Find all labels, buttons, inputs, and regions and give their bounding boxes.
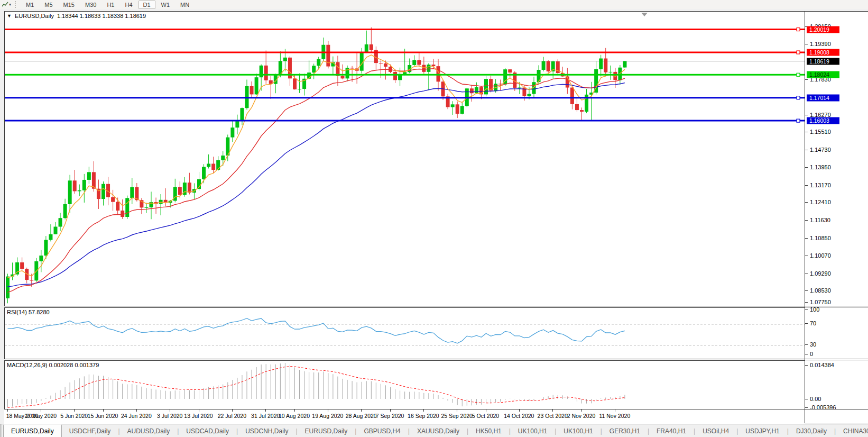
chart-tab-eurusd-daily[interactable]: EURUSD,Daily [3, 424, 62, 437]
date-label: 31 Jul 2020 [251, 413, 280, 419]
chart-title: ▼ EURUSD,Daily 1.18344 1.18633 1.18338 1… [7, 13, 146, 19]
date-label: 5 Jun 2020 [60, 413, 88, 419]
date-tick [615, 409, 615, 412]
timeframe-button-h1[interactable]: H1 [102, 1, 119, 9]
chart-tab-xauusd-daily[interactable]: XAUUSD,Daily [410, 424, 467, 437]
timeframe-button-d1[interactable]: D1 [138, 1, 155, 9]
date-tick [328, 409, 328, 412]
symbol-dropdown-icon[interactable]: ▼ [7, 13, 12, 19]
date-tick [199, 409, 199, 412]
chart-tab-hk50-h1[interactable]: HK50,H1 [468, 424, 509, 437]
chart-tab-usdcnh-daily[interactable]: USDCNH,Daily [238, 424, 296, 437]
macd-pane-canvas[interactable] [5, 361, 805, 409]
rsi-axis-label: 30 [810, 341, 816, 348]
date-label: 7 Sep 2020 [376, 413, 404, 419]
timeframe-button-m1[interactable]: M1 [21, 1, 39, 9]
tabbar-grip [0, 424, 2, 437]
price-tick-label: 1.10850 [810, 235, 831, 241]
toolbar-grip[interactable] [15, 1, 19, 8]
macd-axis-label: 0.014384 [810, 362, 834, 368]
price-tick [805, 150, 808, 150]
date-tick [423, 409, 424, 412]
mt4-window: ▾ M1M5M15M30H1H4D1W1MN ▼ EURUSD,Daily 1.… [0, 0, 868, 437]
symbol-label: EURUSD,Daily [15, 13, 54, 19]
timeframe-button-m5[interactable]: M5 [40, 1, 57, 9]
hline-handle[interactable] [797, 73, 800, 76]
macd-axis-label: -0.005396 [810, 404, 836, 411]
date-axis[interactable]: 18 May 202027 May 20205 Jun 202015 Jun 2… [4, 409, 805, 424]
rsi-axis-label: 70 [810, 320, 816, 326]
rsi-pane[interactable]: RSI(14) 57.8280 [4, 307, 805, 359]
date-label: 27 May 2020 [24, 413, 57, 419]
hline-handle[interactable] [797, 96, 800, 99]
date-tick [390, 409, 391, 412]
chart-tab-audusd-daily[interactable]: AUDUSD,Daily [120, 424, 178, 437]
price-tick [805, 167, 808, 168]
price-tick [805, 256, 808, 256]
date-tick [457, 409, 457, 412]
price-tick [805, 238, 808, 239]
hline-handle[interactable] [797, 28, 800, 31]
date-label: 14 Oct 2020 [504, 413, 534, 419]
price-axis[interactable]: 1.201501.193901.178301.162701.155101.147… [805, 11, 868, 423]
chart-tab-eurusd-daily[interactable]: EURUSD,Daily [298, 424, 355, 437]
chart-tab-usdcad-daily[interactable]: USDCAD,Daily [179, 424, 236, 437]
chart-tab-usoil-h4[interactable]: USOil,H4 [695, 424, 736, 437]
timeframe-button-mn[interactable]: MN [176, 1, 194, 9]
price-tick [805, 185, 808, 186]
chart-tab-usdjpy-h1[interactable]: USDJPY,H1 [738, 424, 787, 437]
shift-marker-icon [641, 13, 648, 16]
rsi-pane-canvas[interactable] [5, 308, 805, 359]
hline-handle[interactable] [797, 119, 800, 122]
price-tick [805, 132, 808, 132]
date-label: 11 Nov 2020 [599, 413, 630, 419]
timeframe-button-m15[interactable]: M15 [59, 1, 79, 9]
date-label: 16 Sep 2020 [408, 413, 439, 419]
chart-tab-china300-h1[interactable]: CHINA300,H1 [836, 424, 868, 437]
date-tick [74, 409, 75, 412]
price-tick [805, 302, 808, 303]
timeframe-button-w1[interactable]: W1 [156, 1, 175, 9]
macd-label: MACD(12,26,9) 0.002028 0.001379 [7, 362, 99, 368]
price-tick-label: 1.07750 [810, 299, 831, 305]
price-tick-label: 1.14730 [810, 147, 831, 153]
rsi-axis-label: 0 [810, 351, 813, 357]
candlestick-glyph-icon [2, 2, 8, 7]
timeframe-button-h4[interactable]: H4 [120, 1, 137, 9]
price-pane[interactable]: ▼ EURUSD,Daily 1.18344 1.18633 1.18338 1… [4, 11, 805, 306]
chart-tab-gbpusd-h4[interactable]: GBPUSD,H4 [356, 424, 408, 437]
date-label: 5 Oct 2020 [472, 413, 499, 419]
chart-tab-ger30-h1[interactable]: GER30,H1 [602, 424, 648, 437]
level-price-badge: 1.19008 [807, 49, 839, 56]
chart-tab-fra40-h1[interactable]: FRA40,H1 [649, 424, 694, 437]
price-tick [805, 79, 808, 80]
level-price-badge: 1.16003 [807, 117, 839, 124]
chevron-down-icon[interactable]: ▾ [9, 2, 11, 7]
chart-tab-dj30-daily[interactable]: DJ30,Daily [789, 424, 834, 437]
chart-tab-usdchf-daily[interactable]: USDCHF,Daily [62, 424, 118, 437]
hline-handle[interactable] [797, 51, 800, 54]
chart-tab-uk100-h1[interactable]: UK100,H1 [556, 424, 600, 437]
date-label: 2 Nov 2020 [567, 413, 596, 419]
pane-divider [805, 359, 868, 359]
timeframe-button-m30[interactable]: M30 [80, 1, 101, 9]
date-tick [170, 409, 170, 412]
price-tick [805, 274, 808, 274]
date-label: 10 Aug 2020 [279, 413, 310, 419]
date-label: 23 Oct 2020 [538, 413, 568, 419]
price-tick [805, 202, 808, 203]
price-tick [805, 220, 808, 221]
plot-column: ▼ EURUSD,Daily 1.18344 1.18633 1.18338 1… [4, 11, 805, 424]
timeframe-toolbar: ▾ M1M5M15M30H1H4D1W1MN [0, 0, 868, 10]
chart-type-icon[interactable]: ▾ [0, 1, 13, 8]
date-label: 28 Aug 2020 [346, 413, 377, 419]
date-label: 24 Jun 2020 [121, 413, 152, 419]
price-tick-label: 1.09290 [810, 270, 831, 277]
chart-window: ▼ EURUSD,Daily 1.18344 1.18633 1.18338 1… [0, 9, 868, 424]
price-pane-canvas[interactable] [5, 12, 805, 306]
macd-pane[interactable]: MACD(12,26,9) 0.002028 0.001379 [4, 360, 805, 409]
macd-axis-label: 0.00 [810, 396, 821, 402]
price-tick [805, 115, 808, 115]
chart-tab-uk100-h1[interactable]: UK100,H1 [511, 424, 555, 437]
level-price-badge: 1.17014 [807, 94, 839, 101]
